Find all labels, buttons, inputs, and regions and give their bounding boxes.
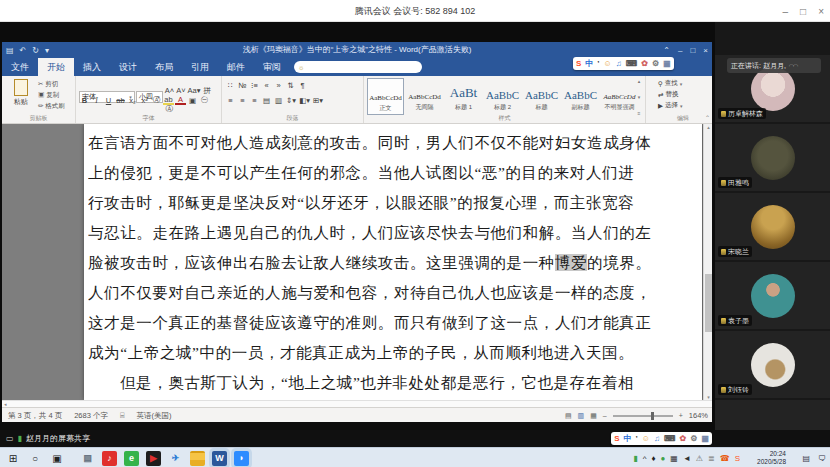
participant-tile[interactable]: 宋晓兰 (715, 193, 830, 260)
distribute-icon[interactable]: ▥ (273, 94, 284, 106)
zoom-in-icon[interactable]: + (679, 412, 683, 419)
enclose-char-icon[interactable]: ㊀ (199, 94, 210, 106)
task-view-button[interactable]: ▣ (50, 453, 64, 464)
style-标题[interactable]: AaBbC标题 (523, 78, 560, 115)
keyboard-icon[interactable]: ⌨ (664, 432, 676, 445)
borders-icon[interactable]: ⊞▾ (312, 94, 324, 106)
ribbon-tab-邮件[interactable]: 邮件 (218, 58, 254, 76)
underline-icon[interactable]: U (103, 94, 114, 106)
antivirus-tray-icon[interactable]: ● (660, 454, 665, 463)
collapse-ribbon-icon[interactable]: ⌃ (705, 114, 710, 121)
word-count[interactable]: 2683 个字 (74, 411, 108, 421)
skin-icon[interactable]: ✿ (680, 432, 687, 445)
input-mode-icon[interactable]: 中 (624, 432, 632, 445)
styles-scroll-down-icon[interactable]: ▾ (638, 94, 641, 100)
document-line[interactable]: 上的侵犯，更是不可以产生任何的邪念。当他人试图以“恶”的目的来对人们进 (88, 158, 694, 188)
proofing-icon[interactable]: ⌸ (120, 411, 125, 421)
highlight-icon[interactable]: ab (163, 95, 174, 105)
ribbon-tab-文件[interactable]: 文件 (2, 58, 38, 76)
start-button[interactable]: ⊞ (6, 453, 20, 464)
numbered-list-icon[interactable]: № (237, 79, 248, 91)
hidden-icons-chevron[interactable]: ^ (643, 454, 647, 463)
print-layout-icon[interactable]: ▥ (578, 412, 585, 420)
input-mode-icon[interactable]: 中 (585, 57, 593, 70)
emoji-icon[interactable]: ☺ (604, 57, 612, 70)
styles-gallery-scroll[interactable]: ▴ ▾ ≡ (635, 78, 643, 116)
tell-me-search[interactable]: ☼ (294, 61, 422, 73)
sort-icon[interactable]: ⇅ (285, 79, 296, 91)
document-line[interactable]: 但是，奥古斯丁认为，“地上之城”也并非处处都是恶行，它也是存在着相 (88, 368, 694, 398)
ribbon-display-options-button[interactable]: ⌃ (663, 46, 670, 55)
split-icon[interactable]: ▦ (701, 432, 709, 445)
punctuation-icon[interactable]: ’ (597, 57, 599, 70)
language-indicator[interactable]: 英语(美国) (136, 411, 171, 421)
vertical-scrollbar[interactable]: ▴ ▾ (703, 124, 712, 400)
ribbon-tab-插入[interactable]: 插入 (74, 58, 110, 76)
app-media-player[interactable]: ▶ (146, 451, 161, 466)
char-shading-icon[interactable]: ▣ (187, 94, 198, 106)
minimize-button[interactable]: – (678, 46, 682, 55)
maximize-icon[interactable]: □ (800, 6, 806, 17)
app-blue-bird[interactable]: ✈ (168, 451, 183, 466)
app-file-explorer[interactable] (190, 451, 205, 466)
split-icon[interactable]: ▦ (663, 57, 671, 70)
document-line[interactable]: 人们不仅要对自己亲近的人施与爱和包容，对待自己仇人也应该是一样的态度， (88, 278, 694, 308)
sogou-logo-icon[interactable]: S (614, 432, 619, 445)
decrease-indent-icon[interactable]: « (261, 79, 272, 91)
ribbon-tab-布局[interactable]: 布局 (146, 58, 182, 76)
document-line[interactable]: 脸被攻击时，应该伸出右脸去让敌人继续攻击。这里强调的是一种博爱的境界。 (88, 248, 694, 278)
participant-tile[interactable] (715, 400, 830, 430)
voice-input-icon[interactable]: ♫ (654, 432, 660, 445)
participant-tile[interactable]: 刘钰铃 (715, 331, 830, 398)
notes-tray-icon[interactable]: ▤ (802, 454, 810, 463)
app-tencent-meeting[interactable]: ◗ (234, 451, 249, 466)
style-副标题[interactable]: AaBbC副标题 (562, 78, 599, 115)
shading-icon[interactable]: ◧▾ (298, 94, 311, 106)
line-spacing-icon[interactable]: ⇕▾ (285, 94, 297, 106)
app-document-viewer[interactable]: ▤ (80, 451, 95, 466)
increase-indent-icon[interactable]: » (273, 79, 284, 91)
cortana-search-button[interactable]: ○ (28, 453, 42, 464)
minimize-icon[interactable]: – (783, 6, 789, 17)
zoom-slider[interactable] (613, 415, 673, 417)
font-color-icon[interactable]: A (175, 95, 186, 105)
punctuation-icon[interactable]: ’ (636, 432, 638, 445)
bullet-list-icon[interactable]: ∷ (225, 79, 236, 91)
format-painter-button[interactable]: ✏ 格式刷 (38, 102, 65, 111)
close-button[interactable]: × (703, 46, 708, 55)
ribbon-tab-审阅[interactable]: 审阅 (254, 58, 290, 76)
document-page[interactable]: 在言语方面不可对他人造成刻意的攻击。同时，男人们不仅不能对妇女造成身体上的侵犯，… (84, 124, 702, 400)
participant-tile[interactable]: 田雅鸣 (715, 124, 830, 191)
volume-tray-icon[interactable]: ◄ (683, 454, 691, 463)
document-line[interactable]: 与忍让。走在路上遇见自己的仇人时，人们应该尽快去与他们和解。当人们的左 (88, 218, 694, 248)
paste-button[interactable]: 粘贴 (8, 79, 34, 117)
voice-input-icon[interactable]: ♫ (616, 57, 622, 70)
pilcrow-icon[interactable]: ¶ (297, 79, 308, 91)
battery-tray-icon[interactable]: ▮ (633, 454, 637, 463)
emoji-icon[interactable]: ☺ (642, 432, 650, 445)
select-button[interactable]: ▶选择▾ (658, 101, 683, 110)
styles-scroll-up-icon[interactable]: ▴ (638, 78, 641, 84)
app-netease-music[interactable]: ♪ (102, 451, 117, 466)
read-mode-icon[interactable]: ▤ (565, 412, 572, 420)
document-line[interactable]: 在言语方面不可对他人造成刻意的攻击。同时，男人们不仅不能对妇女造成身体 (88, 128, 694, 158)
close-icon[interactable]: × (818, 6, 824, 17)
app-word[interactable]: W (212, 451, 227, 466)
mic-tray-icon[interactable]: ♦ (651, 454, 655, 463)
style-不明显强调[interactable]: AaBbCcDd不明显强调 (601, 78, 638, 115)
ribbon-tab-开始[interactable]: 开始 (38, 58, 74, 76)
participant-tile[interactable]: 袁子墨 (715, 262, 830, 329)
scroll-up-icon[interactable]: ▴ (704, 124, 712, 130)
document-line[interactable]: 行攻击时，耶稣更是坚决反对“以牙还牙，以眼还眼”的报复心理，而主张宽容 (88, 188, 694, 218)
input-indicator-icon[interactable]: ▦ (670, 454, 678, 463)
style-标题 1[interactable]: AaBt标题 1 (445, 78, 482, 115)
style-无间隔[interactable]: AaBbCcDd无间隔 (406, 78, 443, 115)
document-line[interactable]: 成为“上帝之城”中的一员，才能真正成为上帝的子民，从而顺利地进入天国。 (88, 338, 694, 368)
web-layout-icon[interactable]: ▦ (590, 412, 597, 420)
document-text[interactable]: 在言语方面不可对他人造成刻意的攻击。同时，男人们不仅不能对妇女造成身体上的侵犯，… (88, 128, 694, 400)
justify-icon[interactable]: ▤ (261, 94, 272, 106)
text-effects-icon[interactable]: Ⓐ (151, 94, 162, 106)
undo-button[interactable]: ↶ (20, 46, 27, 55)
ribbon-tab-设计[interactable]: 设计 (110, 58, 146, 76)
toolbox-icon[interactable]: ⚙ (652, 57, 659, 70)
